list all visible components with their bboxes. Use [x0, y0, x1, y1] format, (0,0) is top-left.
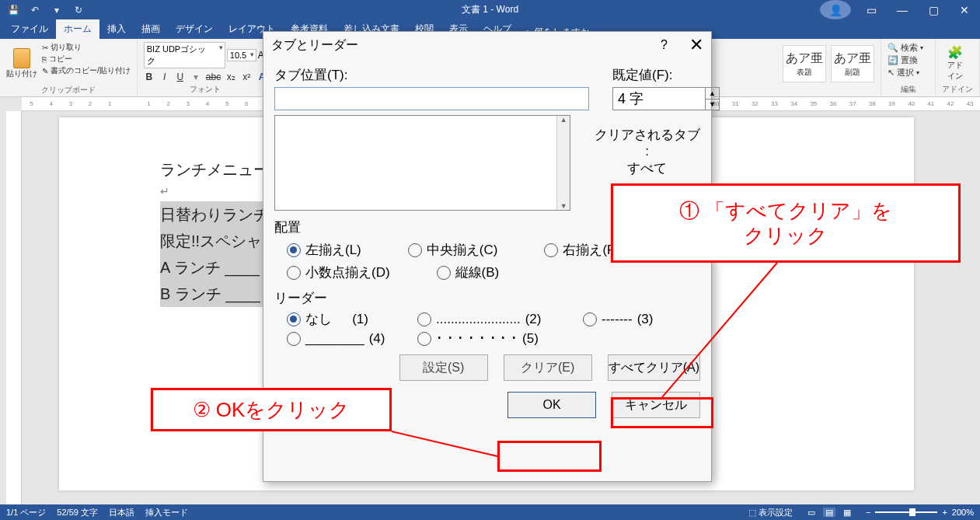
tab-stop-list[interactable]: ▲▼: [274, 115, 570, 211]
zoom-level[interactable]: 200%: [952, 508, 974, 517]
status-bar: 1/1 ページ 52/59 文字 日本語 挿入モード ⬚ 表示設定 ▭ ▤ ▦ …: [0, 504, 980, 520]
paste-button[interactable]: 貼り付け: [6, 42, 37, 85]
tab-insert[interactable]: 挿入: [99, 19, 134, 39]
editing-group-label: 編集: [888, 84, 929, 95]
tab-position-label: タブ位置(T):: [274, 66, 589, 84]
bold-button[interactable]: B: [144, 72, 155, 82]
brush-icon: ✎: [42, 67, 48, 75]
leader-dots-radio[interactable]: .......................(2): [417, 312, 553, 327]
style-title[interactable]: あア亜表題: [783, 45, 826, 82]
dialog-titlebar[interactable]: タブとリーダー ? ✕: [263, 32, 711, 58]
close-icon[interactable]: ✕: [949, 0, 980, 19]
leader-section-label: リーダー: [274, 289, 700, 307]
cut-button[interactable]: ✂切り取り: [42, 42, 131, 53]
underline-button[interactable]: U: [175, 72, 186, 82]
status-word-count[interactable]: 52/59 文字: [57, 507, 98, 518]
vertical-ruler[interactable]: [6, 111, 22, 504]
replace-button[interactable]: 🔄置換: [888, 54, 929, 66]
dialog-help-icon[interactable]: ?: [661, 38, 668, 52]
font-group-label: フォント: [144, 84, 267, 95]
spinner-up-icon[interactable]: ▲: [706, 88, 719, 99]
cleared-tabs-value: すべて: [594, 159, 700, 177]
doc-line-3: 限定!!スペシャ: [160, 228, 269, 254]
font-group: BIZ UDPゴシック 10.5 A B I U ▾ abc x₂ x² A フ…: [138, 39, 274, 96]
view-web-icon[interactable]: ▦: [841, 508, 853, 517]
editing-group: 🔍検索▾ 🔄置換 ↖選択▾ 編集: [881, 39, 936, 96]
status-page[interactable]: 1/1 ページ: [6, 507, 46, 518]
status-mode[interactable]: 挿入モード: [145, 507, 188, 518]
clipboard-group-label: クリップボード: [6, 85, 131, 96]
align-left-radio[interactable]: 左揃え(L): [287, 241, 361, 259]
font-name-select[interactable]: BIZ UDPゴシック: [144, 42, 225, 68]
clear-button[interactable]: クリア(E): [504, 354, 592, 381]
dialog-close-icon[interactable]: ✕: [689, 35, 703, 55]
find-button[interactable]: 🔍検索▾: [888, 42, 929, 54]
title-bar: 💾 ↶ ▾ ↻ 文書 1 - Word 👤 ▭ — ▢ ✕: [0, 0, 980, 19]
zoom-slider[interactable]: [875, 511, 937, 513]
strike-button[interactable]: abc: [206, 72, 221, 82]
minimize-icon[interactable]: —: [887, 0, 918, 19]
styles-group: あア亜表題 あア亜副題: [776, 39, 881, 96]
leader-middots-radio[interactable]: ･ ･ ･ ･ ･ ･ ･ ･(5): [417, 331, 553, 347]
search-icon: 🔍: [888, 43, 898, 53]
italic-button[interactable]: I: [159, 72, 170, 82]
window-controls: 👤 ▭ — ▢ ✕: [820, 0, 980, 19]
leader-dash-radio[interactable]: -------(3): [583, 312, 653, 327]
cancel-button[interactable]: キャンセル: [612, 392, 700, 418]
leader-underline-radio[interactable]: ________(4): [287, 331, 388, 347]
font-size-select[interactable]: 10.5: [227, 49, 256, 61]
tab-design[interactable]: デザイン: [168, 19, 221, 39]
addin-button[interactable]: 🧩 アド イン: [942, 42, 968, 84]
document-title: 文書 1 - Word: [462, 3, 518, 16]
redo-icon[interactable]: ↻: [70, 2, 87, 19]
ok-button[interactable]: OK: [507, 392, 596, 418]
replace-icon: 🔄: [888, 55, 898, 65]
tab-list-scrollbar[interactable]: ▲▼: [556, 116, 570, 210]
tab-home[interactable]: ホーム: [56, 19, 99, 39]
set-button[interactable]: 設定(S): [399, 354, 488, 381]
annotation-2: ② OKをクリック: [151, 388, 392, 431]
addin-group: 🧩 アド イン アドイン: [936, 39, 980, 96]
radio-off-icon: [287, 266, 301, 280]
select-button[interactable]: ↖選択▾: [888, 67, 929, 79]
default-spinner[interactable]: ▲▼: [706, 87, 720, 110]
paste-icon: [13, 48, 30, 68]
clear-all-button[interactable]: すべてクリア(A): [608, 354, 700, 381]
doc-line-2: 日替わりランチ: [160, 201, 269, 228]
spinner-down-icon[interactable]: ▼: [706, 99, 719, 110]
clipboard-group: 貼り付け ✂切り取り ⎘コピー ✎書式のコピー/貼り付け クリップボード: [0, 39, 138, 96]
subscript-button[interactable]: x₂: [225, 72, 236, 82]
default-label: 既定値(F):: [612, 66, 720, 84]
undo-icon[interactable]: ↶: [26, 2, 44, 19]
document-content: ランチメニュー ↵ 日替わりランチ 限定!!スペシャ A ランチ ____ B …: [160, 156, 269, 307]
radio-off-icon: [437, 266, 451, 280]
view-print-icon[interactable]: ▤: [823, 508, 835, 517]
format-painter-button[interactable]: ✎書式のコピー/貼り付け: [42, 65, 131, 76]
align-decimal-radio[interactable]: 小数点揃え(D): [287, 263, 390, 281]
maximize-icon[interactable]: ▢: [918, 0, 949, 19]
display-settings[interactable]: ⬚ 表示設定: [748, 507, 793, 518]
doc-line-4: A ランチ ____: [160, 254, 269, 281]
save-icon[interactable]: 💾: [5, 2, 22, 19]
status-language[interactable]: 日本語: [109, 507, 134, 518]
align-bar-radio[interactable]: 縦線(B): [437, 263, 500, 281]
copy-button[interactable]: ⎘コピー: [42, 54, 131, 65]
tab-position-input[interactable]: [274, 87, 589, 110]
default-value-input[interactable]: 4 字: [612, 87, 706, 110]
zoom-controls: − + 200%: [866, 508, 974, 517]
scissors-icon: ✂: [42, 44, 48, 52]
tab-file[interactable]: ファイル: [3, 19, 56, 39]
radio-on-icon: [287, 243, 301, 257]
ribbon-display-icon[interactable]: ▭: [856, 0, 887, 19]
superscript-button[interactable]: x²: [241, 72, 252, 82]
leader-none-radio[interactable]: なし (1): [287, 310, 388, 328]
style-subtitle[interactable]: あア亜副題: [831, 45, 874, 82]
zoom-in-icon[interactable]: +: [942, 508, 947, 517]
more-icon[interactable]: ▾: [48, 2, 65, 19]
zoom-out-icon[interactable]: −: [866, 508, 870, 517]
account-avatar-icon[interactable]: 👤: [820, 0, 851, 19]
align-right-radio[interactable]: 右揃え(R): [544, 241, 621, 259]
tab-draw[interactable]: 描画: [134, 19, 168, 39]
view-read-icon[interactable]: ▭: [805, 508, 818, 517]
align-center-radio[interactable]: 中央揃え(C): [408, 241, 498, 259]
